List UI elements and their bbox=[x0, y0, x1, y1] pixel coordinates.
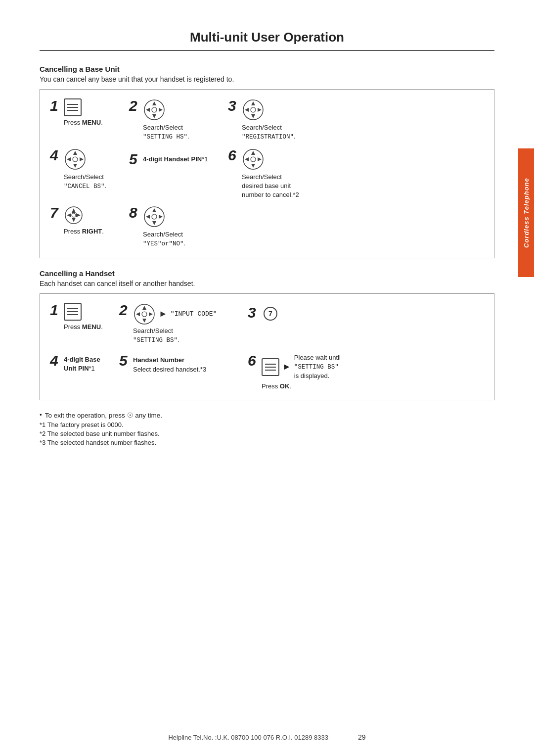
footnote-1: *1 The factory preset is 0000. bbox=[40, 421, 494, 428]
dpad-icon-4 bbox=[64, 148, 87, 171]
svg-marker-21 bbox=[245, 157, 249, 161]
menu-icon-s2-1 bbox=[64, 303, 82, 321]
right-arrow-icon bbox=[64, 205, 84, 225]
section2-row1: 1 Press MENU. 2 bbox=[50, 303, 484, 345]
section1-row2: 4 Search/Select"CANCEL BS". 5 4-dig bbox=[50, 148, 484, 200]
svg-marker-15 bbox=[67, 157, 71, 161]
footnote-2: *2 The selected base unit number flashes… bbox=[40, 430, 494, 437]
s2-step6-number: 6 bbox=[248, 353, 260, 368]
svg-point-23 bbox=[251, 157, 256, 162]
step8-number: 8 bbox=[129, 205, 141, 220]
svg-marker-39 bbox=[136, 312, 140, 316]
section1-row1: 1 Press MENU. 2 bbox=[50, 98, 484, 142]
dpad-icon-2 bbox=[143, 98, 166, 121]
step8-label: Search/Select"YES"or"NO". bbox=[143, 230, 185, 249]
step5-number: 5 bbox=[129, 152, 141, 167]
s2-step2-label: Search/Select"SETTING BS". bbox=[133, 327, 179, 345]
svg-point-17 bbox=[73, 157, 78, 162]
section2-desc: Each handset can cancel itself or anothe… bbox=[40, 280, 494, 287]
s2-step1-label: Press MENU. bbox=[64, 323, 103, 331]
svg-marker-40 bbox=[149, 312, 153, 316]
svg-marker-37 bbox=[142, 306, 146, 310]
s2-step3-cell: 3 7 bbox=[248, 303, 484, 321]
page-title: Multi-unit User Operation bbox=[40, 30, 494, 51]
s2-step2-number: 2 bbox=[119, 303, 131, 318]
svg-point-5 bbox=[152, 107, 157, 112]
page-footer: Helpline Tel.No. :U.K. 08700 100 076 R.O… bbox=[0, 733, 534, 741]
step5-label: 4-digit Handset PIN*1 bbox=[143, 152, 208, 164]
svg-marker-26 bbox=[72, 218, 76, 222]
svg-marker-10 bbox=[258, 108, 262, 112]
bullet-text: To exit the operation, press ☉ any time. bbox=[45, 411, 162, 419]
s2-step6-cell: 6 ► Please wait until"SETTING BS"is disp… bbox=[248, 351, 484, 391]
step6-number: 6 bbox=[228, 148, 240, 163]
s2-step5-label-bold: Handset NumberSelect desired handset.*3 bbox=[133, 356, 206, 373]
step1-label: Press MENU. bbox=[64, 118, 103, 127]
svg-marker-22 bbox=[258, 157, 262, 161]
step1-cell: 1 Press MENU. bbox=[50, 98, 129, 127]
svg-marker-25 bbox=[72, 208, 76, 213]
svg-marker-8 bbox=[251, 114, 255, 118]
vertical-tab: Cordless Telephone bbox=[518, 148, 534, 277]
s2-step2-cell: 2 ► "INPUT CODE" bbox=[119, 303, 248, 345]
step4-number: 4 bbox=[50, 148, 62, 163]
section2-box: 1 Press MENU. 2 bbox=[40, 293, 494, 400]
step6-cell: 6 Search/Selectdesired base unitnumber t… bbox=[228, 148, 484, 200]
svg-marker-19 bbox=[251, 151, 255, 155]
step2-cell: 2 Search/Select"SETTING HS". bbox=[129, 98, 228, 142]
svg-marker-7 bbox=[251, 101, 255, 105]
step8-cell: 8 Search/Select"YES"or"NO". bbox=[129, 205, 228, 249]
svg-marker-3 bbox=[146, 108, 150, 112]
helpline-text: Helpline Tel.No. :U.K. 08700 100 076 R.O… bbox=[168, 734, 328, 741]
svg-marker-9 bbox=[245, 108, 249, 112]
input-code-arrow: ► bbox=[159, 309, 168, 319]
dpad-icon-8 bbox=[143, 205, 166, 228]
section1-row3: 7 Press RIGHT. 8 bbox=[50, 205, 484, 249]
s2-step4-cell: 4 4-digit BaseUnit PIN*1 bbox=[50, 351, 119, 373]
svg-marker-31 bbox=[152, 208, 156, 212]
s2-step5-cell: 5 Handset NumberSelect desired handset.*… bbox=[119, 351, 248, 374]
page-number: 29 bbox=[358, 733, 366, 741]
section1-desc: You can cancel any base unit that your h… bbox=[40, 75, 494, 83]
svg-marker-13 bbox=[73, 151, 77, 155]
s2-step4-number: 4 bbox=[50, 353, 62, 368]
step2-label: Search/Select"SETTING HS". bbox=[143, 123, 189, 142]
svg-marker-38 bbox=[142, 319, 146, 323]
section1-box: 1 Press MENU. 2 bbox=[40, 89, 494, 258]
svg-marker-16 bbox=[80, 157, 84, 161]
svg-point-11 bbox=[251, 107, 256, 112]
s2-step6-extra: Please wait until"SETTING BS"is displaye… bbox=[294, 353, 341, 381]
svg-marker-28 bbox=[76, 213, 81, 217]
step5-cell: 5 4-digit Handset PIN*1 bbox=[129, 148, 228, 167]
section1-heading: Cancelling a Base Unit bbox=[40, 65, 494, 73]
dpad-icon-3 bbox=[242, 98, 265, 121]
svg-marker-20 bbox=[251, 164, 255, 168]
s2-step6-label: Press OK. bbox=[262, 382, 341, 391]
num7-circle: 7 bbox=[264, 307, 277, 321]
section2-heading: Cancelling a Handset bbox=[40, 269, 494, 278]
step3-cell: 3 Search/Select"REGISTRATION". bbox=[228, 98, 484, 142]
vertical-tab-label: Cordless Telephone bbox=[523, 178, 530, 248]
step3-number: 3 bbox=[228, 98, 240, 113]
svg-marker-2 bbox=[152, 114, 156, 118]
bullet-symbol: • bbox=[40, 411, 42, 419]
svg-marker-1 bbox=[152, 101, 156, 105]
s2-step4-label: 4-digit BaseUnit PIN*1 bbox=[64, 353, 100, 373]
svg-marker-27 bbox=[67, 213, 71, 217]
s2-step3-number: 3 bbox=[248, 305, 260, 320]
step6-label: Search/Selectdesired base unitnumber to … bbox=[242, 173, 299, 200]
s2-step1-cell: 1 Press MENU. bbox=[50, 303, 119, 331]
step7-label: Press RIGHT. bbox=[64, 227, 104, 236]
section2-row2: 4 4-digit BaseUnit PIN*1 5 Handset Numbe… bbox=[50, 351, 484, 391]
footnote-3: *3 The selected handset number flashes. bbox=[40, 439, 494, 446]
svg-point-41 bbox=[142, 312, 147, 317]
dpad-icon-6 bbox=[242, 148, 265, 171]
step7-cell: 7 Press RIGHT. bbox=[50, 205, 129, 236]
step7-number: 7 bbox=[50, 205, 62, 220]
svg-point-29 bbox=[72, 213, 76, 217]
dpad-icon-s2-2 bbox=[133, 303, 156, 326]
menu-icon-1 bbox=[64, 98, 82, 116]
step2-number: 2 bbox=[129, 98, 141, 113]
step1-number: 1 bbox=[50, 98, 62, 113]
svg-point-35 bbox=[152, 214, 157, 219]
